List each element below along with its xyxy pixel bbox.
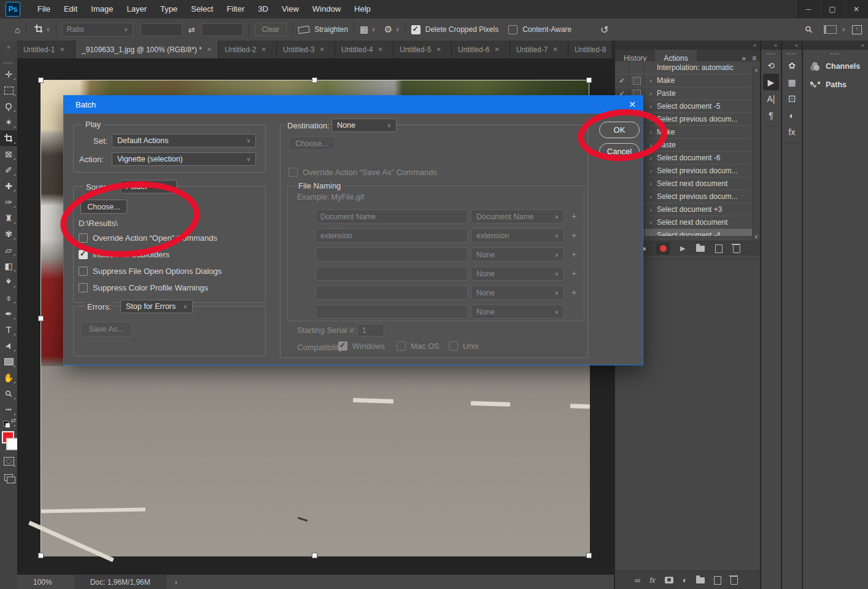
content-aware-checkbox[interactable]	[508, 25, 517, 34]
compatibility-option[interactable]: Windows	[338, 341, 385, 351]
healing-brush-tool[interactable]: ✚	[0, 178, 17, 194]
ratio-dropdown[interactable]: Ratio∨	[62, 23, 133, 37]
add-field-icon[interactable]: +	[572, 249, 576, 259]
delete-layer-icon[interactable]	[730, 577, 738, 585]
menu-edit[interactable]: Edit	[57, 0, 84, 18]
crop-handle[interactable]	[312, 553, 317, 558]
3d-panel-icon[interactable]: ⚀	[782, 90, 802, 107]
compatibility-option[interactable]: Unix	[449, 341, 479, 351]
serial-input[interactable]: 1	[357, 324, 384, 337]
play-icon[interactable]: ▶	[680, 244, 685, 252]
expand-arrow-icon[interactable]: ›	[645, 177, 657, 190]
expand-arrow-icon[interactable]	[645, 61, 657, 74]
action-enabled-check[interactable]: ✓	[615, 74, 629, 87]
source-option-checkbox[interactable]	[79, 250, 88, 259]
minimize-button[interactable]: ─	[796, 0, 820, 18]
dialog-title-bar[interactable]: Batch ✕	[63, 95, 643, 114]
ok-button[interactable]: OK	[599, 122, 640, 138]
source-option-checkbox[interactable]	[79, 267, 88, 276]
swatches-panel-icon[interactable]: ▦	[782, 74, 802, 90]
swap-dimensions-icon[interactable]: ⇄	[188, 25, 195, 34]
blur-tool[interactable]: ♠	[0, 274, 17, 290]
hand-tool[interactable]: ✋	[0, 370, 17, 386]
type-tool[interactable]: T	[0, 322, 17, 338]
add-field-icon[interactable]: +	[572, 211, 576, 221]
override-save-as-option[interactable]: Override Action “Save As” Commands	[289, 168, 437, 177]
file-naming-input[interactable]	[316, 286, 468, 300]
workspace-icon[interactable]	[824, 25, 837, 34]
adjustment-layer-icon[interactable]: ◐	[683, 575, 688, 585]
menu-filter[interactable]: Filter	[220, 0, 251, 18]
tab-close-icon[interactable]: ✕	[261, 46, 266, 53]
dock-collapse-strip[interactable]: «	[615, 41, 760, 50]
action-dropdown[interactable]: Vignette (selection)∨	[112, 152, 256, 166]
file-naming-input[interactable]	[316, 267, 468, 281]
delete-cropped-pixels-option[interactable]: Delete Cropped Pixels	[411, 25, 498, 34]
expand-arrow-icon[interactable]: ›	[645, 216, 657, 228]
menu-image[interactable]: Image	[84, 0, 120, 18]
rectangle-tool[interactable]	[0, 354, 17, 370]
eyedropper-tool[interactable]: ✐	[0, 162, 17, 178]
scroll-up-icon[interactable]: ∧	[754, 68, 758, 73]
zoom-tool[interactable]: ⚲	[0, 386, 17, 402]
file-naming-dropdown[interactable]: None∨	[471, 286, 564, 300]
document-tab[interactable]: Untitled-7✕	[510, 41, 568, 58]
tab-close-icon[interactable]: ✕	[436, 46, 441, 53]
tab-close-icon[interactable]: ✕	[207, 46, 212, 53]
override-save-as-checkbox[interactable]	[289, 168, 298, 177]
document-tab[interactable]: Untitled-5✕	[393, 41, 452, 58]
dock-collapse-strip[interactable]: «	[782, 41, 802, 50]
tab-close-icon[interactable]: ✕	[378, 46, 382, 53]
paragraph-panel-icon[interactable]: ¶	[761, 107, 781, 123]
crop-handle[interactable]	[38, 553, 44, 558]
expand-arrow-icon[interactable]: ›	[645, 113, 657, 125]
add-field-icon[interactable]: +	[572, 268, 576, 278]
crop-handle[interactable]	[38, 316, 44, 321]
actions-list-item[interactable]: Interpolation: automatic	[615, 61, 760, 74]
expand-arrow-icon[interactable]: ›	[645, 126, 657, 138]
menu-3d[interactable]: 3D	[251, 0, 275, 18]
document-tab[interactable]: Untitled-6✕	[452, 41, 510, 58]
actions-panel-icon[interactable]: ▶	[763, 74, 779, 90]
crop-tool-icon[interactable]	[34, 25, 43, 35]
content-aware-option[interactable]: Content-Aware	[508, 25, 572, 34]
file-naming-dropdown[interactable]: None∨	[471, 305, 564, 319]
expand-arrow-icon[interactable]: ›	[645, 139, 657, 151]
path-selection-tool[interactable]: ➤	[0, 338, 17, 354]
crop-preset-chevron-icon[interactable]: ∨	[46, 26, 50, 33]
styles-panel-icon[interactable]: fx	[782, 123, 802, 140]
lasso-tool[interactable]: Ϙ	[0, 98, 17, 114]
ellipsis-tool[interactable]: •••	[0, 402, 17, 418]
add-field-icon[interactable]: +	[572, 230, 576, 240]
tab-close-icon[interactable]: ✕	[319, 46, 324, 53]
crop-handle[interactable]	[586, 553, 592, 558]
file-naming-input[interactable]: Document Name	[316, 209, 468, 224]
file-naming-input[interactable]: extension	[316, 228, 468, 243]
menu-help[interactable]: Help	[347, 0, 378, 18]
eraser-tool[interactable]: ▱	[0, 242, 17, 258]
new-action-icon[interactable]	[715, 244, 723, 253]
source-option-checkbox[interactable]	[79, 233, 88, 243]
crop-handle[interactable]	[586, 77, 592, 83]
menu-select[interactable]: Select	[184, 0, 220, 18]
action-enabled-check[interactable]	[615, 61, 629, 74]
compatibility-option[interactable]: Mac OS	[397, 341, 440, 351]
overlay-options-icon[interactable]: ▦	[360, 24, 368, 35]
crop-handle[interactable]	[38, 77, 44, 83]
document-tab[interactable]: Untitled-4✕	[335, 41, 393, 58]
expand-arrow-icon[interactable]: ›	[645, 100, 657, 112]
crop-height-input[interactable]	[201, 23, 243, 36]
home-icon[interactable]: ⌂	[15, 25, 20, 35]
errors-dropdown[interactable]: Stop for Errors∨	[120, 300, 193, 313]
source-option[interactable]: Suppress File Open Options Dialogs	[79, 267, 222, 276]
channels-panel-item[interactable]: Channels	[803, 57, 868, 76]
share-icon[interactable]: ↑	[852, 25, 862, 34]
save-as-button[interactable]: Save As...	[80, 322, 132, 337]
swap-colors-icon[interactable]: ⇄	[0, 418, 17, 429]
close-button[interactable]: ✕	[844, 0, 868, 18]
document-tab[interactable]: Untitled-2✕	[219, 41, 277, 58]
expand-arrow-icon[interactable]: ›	[645, 203, 657, 216]
dock-collapse-strip[interactable]: «	[761, 41, 781, 50]
compatibility-checkbox[interactable]	[449, 341, 458, 351]
file-naming-dropdown[interactable]: Document Name∨	[471, 209, 564, 224]
